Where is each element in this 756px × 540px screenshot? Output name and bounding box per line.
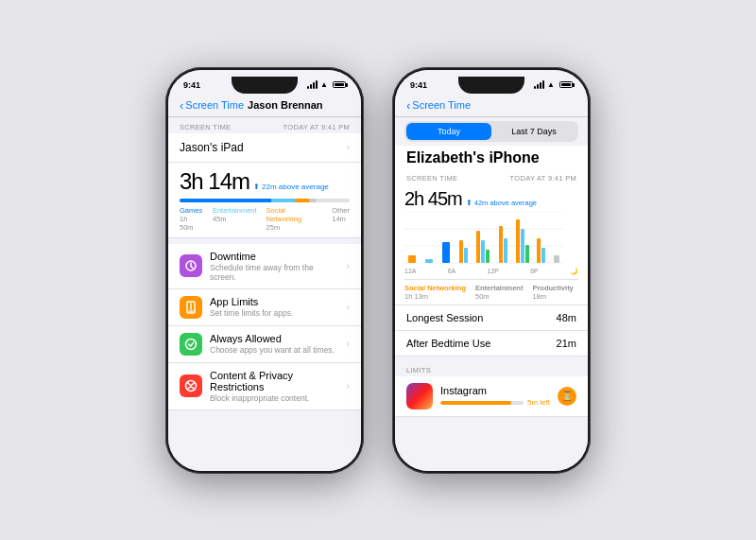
instagram-bar-fill [440,401,511,405]
contentprivacy-icon [180,375,202,397]
chevron-device-left: › [347,142,350,152]
cat-other: Other 14m [332,206,350,232]
status-icons-right: ▲ [534,80,573,89]
back-arrow-right: ‹ [406,98,410,113]
back-arrow-left: ‹ [180,98,183,113]
left-phone: 9:41 ▲ ‹ Screen Time Jason Brennan [165,67,364,474]
nav-bar-left: ‹ Screen Time Jason Brennan [168,96,361,117]
chevron-alwaysallowed: › [347,339,350,349]
applimits-text: App Limits Set time limits for apps. [210,296,339,318]
label-6p: 6P [530,268,539,275]
svg-rect-10 [442,242,450,263]
category-row-left: Games 1h 50m Entertainment 45m Social Ne… [180,206,350,232]
cat-ent-time: 45m [213,215,257,223]
status-icons-left: ▲ [307,80,346,89]
menu-section-left: Downtime Schedule time away from the scr… [168,244,361,410]
chart-labels: 12A 6A 12P 6P 🌙 [404,268,578,275]
chevron-applimits: › [347,302,350,312]
device-name-right: Elizabeth's iPhone [406,149,540,165]
avg-arrow-left: ⬆ [253,183,260,191]
stat-bedtime-value: 21m [557,338,576,349]
screen-content-right: Elizabeth's iPhone SCREEN TIME Today at … [395,146,588,471]
stat-bedtime: After Bedtime Use 21m [395,331,588,357]
instagram-info: Instagram 5m left [440,385,550,407]
svg-rect-17 [504,238,507,263]
downtime-subtitle: Schedule time away from the screen. [210,263,339,282]
stat-longest-label: Longest Session [406,312,483,323]
chart-social-time: 1h 13m [404,292,466,301]
screen-content-left: SCREEN TIME Today at 9:41 PM Jason's iPa… [168,117,361,471]
chart-social-name: Social Networking [404,284,466,292]
signal-icon-right [534,80,544,89]
back-label-right: Screen Time [412,99,471,111]
downtime-text: Downtime Schedule time away from the scr… [210,251,339,282]
section-label-right: SCREEN TIME [406,174,457,183]
menu-alwaysallowed[interactable]: Always Allowed Choose apps you want at a… [168,326,361,363]
cat-other-name: Other [332,206,350,215]
device-row-left[interactable]: Jason's iPad › [168,133,361,163]
applimits-icon [180,296,202,319]
limits-header: LIMITS [395,360,588,376]
seg-last7[interactable]: Last 7 Days [491,123,576,140]
instagram-icon [406,383,433,409]
chart-prod-time: 18m [532,292,573,301]
chart-area: 2h 45m ⬆ 42m above average [395,184,588,305]
section-header-right: SCREEN TIME Today at 9:41 PM [395,168,588,184]
battery-icon [333,81,346,88]
svg-rect-18 [516,219,520,263]
chart-cat-prod: Productivity 18m [532,284,573,301]
alwaysallowed-title: Always Allowed [210,333,339,344]
svg-rect-12 [464,248,468,263]
chart-cat-ent: Entertainment 50m [475,284,523,301]
nav-user-left: Jason Brennan [248,99,322,111]
menu-downtime[interactable]: Downtime Schedule time away from the scr… [168,244,361,289]
screen-time-left: 3h 14m [180,168,249,195]
chart-ent-name: Entertainment [475,284,523,292]
contentprivacy-title: Content & Privacy Restrictions [210,370,339,392]
seg-other [309,199,316,202]
progress-bar-left [180,199,350,202]
chevron-downtime: › [347,261,350,271]
avg-text-right: 42m above average [474,199,537,207]
section-date-left: Today at 9:41 PM [284,123,350,131]
cat-games: Games 1h 50m [180,206,203,232]
back-label-left: Screen Time [185,99,244,111]
instagram-limit-badge: ⏳ [558,387,576,406]
time-display-left: 3h 14m ⬆ 22m above average Games [168,163,361,238]
cat-social-name: Social Networking [266,206,323,223]
instagram-bar-bg [440,401,524,405]
chart-ent-time: 50m [475,292,523,301]
signal-icon [307,80,318,89]
notch-left [232,77,298,94]
menu-applimits[interactable]: App Limits Set time limits for apps. › [168,289,361,326]
cat-social-time: 25m [266,223,323,232]
svg-rect-23 [554,255,559,263]
wifi-icon-right: ▲ [547,80,555,89]
applimits-subtitle: Set time limits for apps. [210,308,339,318]
stat-longest-session: Longest Session 48m [395,305,588,331]
right-screen: 9:41 ▲ ‹ Screen Time [395,70,588,471]
instagram-time-left: 5m left [527,398,550,407]
downtime-icon [180,254,202,277]
seg-today[interactable]: Today [406,123,491,140]
section-label-left: SCREEN TIME [180,123,231,131]
seg-social [295,199,308,202]
label-moon: 🌙 [570,268,578,275]
svg-rect-20 [525,245,529,263]
alwaysallowed-icon [180,333,202,356]
menu-contentprivacy[interactable]: Content & Privacy Restrictions Block ina… [168,363,361,410]
limits-item-instagram[interactable]: Instagram 5m left ⏳ [395,376,588,417]
seg-games [180,199,271,202]
stat-bedtime-label: After Bedtime Use [406,338,490,349]
wifi-icon: ▲ [320,80,328,89]
instagram-name: Instagram [440,385,550,396]
chart-cat-social: Social Networking 1h 13m [404,284,466,301]
bar-chart [404,212,563,264]
back-button-left[interactable]: ‹ Screen Time [180,98,244,113]
back-button-right[interactable]: ‹ Screen Time [406,98,471,113]
cat-social: Social Networking 25m [266,206,323,232]
svg-rect-22 [541,248,545,263]
device-name-left: Jason's iPad [180,141,244,154]
right-phone: 9:41 ▲ ‹ Screen Time [392,67,591,474]
svg-rect-15 [486,250,490,263]
